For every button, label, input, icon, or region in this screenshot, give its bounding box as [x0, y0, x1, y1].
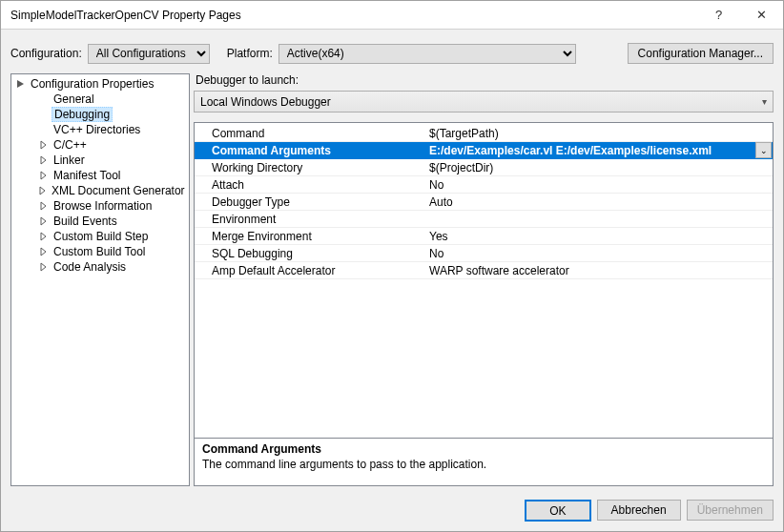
property-grid[interactable]: Command$(TargetPath)Command ArgumentsE:/…: [194, 122, 774, 439]
prop-name: SQL Debugging: [195, 247, 425, 260]
expander-closed-icon[interactable]: [38, 200, 50, 212]
tree-item-label: Manifest Tool: [52, 169, 122, 182]
window-title: SimpleModelTrackerOpenCV Property Pages: [10, 9, 697, 22]
prop-value[interactable]: WARP software accelerator: [425, 264, 773, 277]
prop-name: Merge Environment: [195, 230, 425, 243]
close-button[interactable]: ✕: [740, 1, 783, 30]
prop-value[interactable]: E:/dev/Examples/car.vl E:/dev/Examples/l…: [425, 144, 755, 157]
prop-value[interactable]: $(TargetPath): [425, 127, 773, 140]
prop-name: Command: [195, 127, 425, 140]
debugger-launch-select[interactable]: Local Windows Debugger ▾: [194, 91, 774, 113]
tree-item-manifest-tool[interactable]: Manifest Tool: [11, 168, 189, 183]
configuration-manager-button[interactable]: Configuration Manager...: [628, 43, 774, 64]
tree-item-custom-build-step[interactable]: Custom Build Step: [11, 229, 189, 244]
prop-row-amp-default-accelerator[interactable]: Amp Default AcceleratorWARP software acc…: [195, 262, 773, 279]
config-row: Configuration: All Configurations Platfo…: [1, 30, 783, 73]
tree-item-general[interactable]: General: [11, 92, 189, 107]
tree-item-c-c-[interactable]: C/C++: [11, 137, 189, 153]
tree-item-code-analysis[interactable]: Code Analysis: [11, 259, 189, 275]
expander-closed-icon[interactable]: [38, 246, 50, 257]
tree-item-label: Code Analysis: [52, 260, 128, 274]
prop-value[interactable]: Auto: [425, 195, 773, 209]
titlebar: SimpleModelTrackerOpenCV Property Pages …: [1, 1, 783, 30]
help-button[interactable]: ?: [697, 1, 740, 30]
expander-closed-icon[interactable]: [38, 154, 50, 166]
prop-name: Debugger Type: [195, 195, 425, 209]
expander-closed-icon[interactable]: [38, 185, 48, 196]
tree-item-label: Custom Build Tool: [52, 245, 148, 258]
prop-row-attach[interactable]: AttachNo: [195, 176, 773, 194]
tree-root[interactable]: Configuration Properties: [11, 76, 189, 92]
tree-item-label: Build Events: [52, 215, 119, 228]
tree-item-label: XML Document Generator: [50, 184, 187, 197]
prop-name: Command Arguments: [195, 144, 425, 157]
prop-value[interactable]: No: [425, 247, 773, 260]
prop-row-environment[interactable]: Environment: [195, 211, 773, 228]
configuration-select[interactable]: All Configurations: [88, 44, 210, 64]
prop-name: Amp Default Accelerator: [195, 264, 425, 277]
platform-select[interactable]: Active(x64): [279, 44, 576, 64]
prop-row-command[interactable]: Command$(TargetPath): [195, 125, 773, 142]
apply-button[interactable]: Übernehmen: [687, 500, 774, 521]
tree-item-debugging[interactable]: Debugging: [11, 107, 189, 122]
tree-item-label: C/C++: [52, 138, 89, 152]
expander-open-icon[interactable]: [15, 78, 27, 90]
expander-closed-icon[interactable]: [38, 231, 50, 242]
tree-item-linker[interactable]: Linker: [11, 153, 189, 168]
expander-closed-icon[interactable]: [38, 170, 50, 181]
tree-item-browse-information[interactable]: Browse Information: [11, 198, 189, 214]
prop-row-command-arguments[interactable]: Command ArgumentsE:/dev/Examples/car.vl …: [195, 142, 773, 159]
prop-value[interactable]: Yes: [425, 230, 773, 243]
tree-item-vc-directories[interactable]: VC++ Directories: [11, 122, 189, 137]
tree-pane[interactable]: Configuration Properties GeneralDebuggin…: [10, 73, 190, 486]
prop-row-working-directory[interactable]: Working Directory$(ProjectDir): [195, 159, 773, 176]
tree-item-label: Custom Build Step: [52, 230, 150, 243]
prop-name: Environment: [195, 213, 425, 226]
description-pane: Command Arguments The command line argum…: [194, 439, 774, 486]
tree-item-label: General: [52, 92, 96, 106]
tree-item-label: VC++ Directories: [52, 123, 142, 136]
ok-button[interactable]: OK: [525, 500, 590, 522]
dialog-buttons: OK Abbrechen Übernehmen: [1, 494, 783, 531]
expander-closed-icon[interactable]: [38, 139, 50, 151]
platform-label: Platform:: [227, 47, 273, 60]
tree-item-custom-build-tool[interactable]: Custom Build Tool: [11, 244, 189, 259]
prop-row-sql-debugging[interactable]: SQL DebuggingNo: [195, 245, 773, 262]
tree-item-build-events[interactable]: Build Events: [11, 214, 189, 229]
prop-value[interactable]: $(ProjectDir): [425, 161, 773, 174]
tree-item-xml-document-generator[interactable]: XML Document Generator: [11, 183, 189, 198]
prop-row-debugger-type[interactable]: Debugger TypeAuto: [195, 194, 773, 211]
prop-name: Attach: [195, 178, 425, 192]
tree-item-label: Debugging: [52, 107, 113, 122]
debugger-launch-label: Debugger to launch:: [196, 73, 774, 87]
chevron-down-icon: ▾: [762, 96, 767, 107]
description-title: Command Arguments: [202, 442, 765, 456]
prop-value[interactable]: No: [425, 178, 773, 192]
tree-item-label: Linker: [52, 153, 87, 167]
prop-name: Working Directory: [195, 161, 425, 174]
expander-closed-icon[interactable]: [38, 261, 50, 273]
tree-item-label: Browse Information: [52, 199, 154, 213]
chevron-down-icon: ⌄: [760, 146, 768, 155]
expander-closed-icon[interactable]: [38, 215, 50, 227]
dropdown-button[interactable]: ⌄: [755, 142, 772, 158]
configuration-label: Configuration:: [10, 47, 82, 60]
prop-row-merge-environment[interactable]: Merge EnvironmentYes: [195, 228, 773, 245]
cancel-button[interactable]: Abbrechen: [597, 500, 681, 521]
description-text: The command line arguments to pass to th…: [202, 458, 765, 471]
